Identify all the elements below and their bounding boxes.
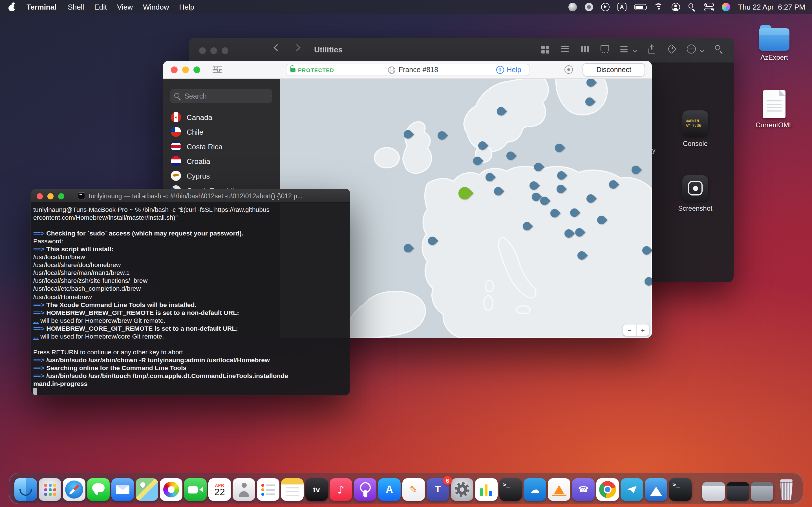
- desktop-icon-currentoml[interactable]: CurrentOML: [743, 90, 805, 129]
- server-pin-icon[interactable]: [484, 171, 496, 183]
- now-playing-icon[interactable]: [601, 3, 610, 11]
- settings-sliders-icon[interactable]: [213, 66, 221, 73]
- app-menu-extra-icon[interactable]: [568, 3, 577, 11]
- siri-icon[interactable]: [722, 3, 730, 11]
- server-pin-icon[interactable]: [476, 140, 488, 152]
- column-view-button[interactable]: [580, 45, 589, 54]
- app-menu-terminal[interactable]: Terminal: [21, 3, 61, 11]
- list-view-button[interactable]: [560, 45, 569, 54]
- server-pin-icon[interactable]: [585, 192, 597, 204]
- finder-toolbar[interactable]: Utilities: [189, 38, 733, 63]
- apple-logo-icon[interactable]: [8, 3, 16, 11]
- server-pin-icon[interactable]: [532, 161, 544, 173]
- server-pin-icon[interactable]: [527, 179, 539, 191]
- server-pin-icon[interactable]: [402, 128, 414, 140]
- forward-button[interactable]: [293, 44, 300, 51]
- country-item-cl[interactable]: Chile: [163, 124, 280, 139]
- server-pin-icon[interactable]: [583, 96, 595, 107]
- more-actions-button[interactable]: [687, 45, 696, 54]
- desktop-icon-azexpert[interactable]: AzExpert: [743, 28, 805, 61]
- terminal-titlebar[interactable]: tunlyinaung — tail ◂ bash -c #!/bin/bash…: [31, 189, 350, 203]
- server-pin-icon[interactable]: [521, 220, 533, 232]
- dock-numbers[interactable]: [475, 478, 498, 501]
- server-pin-icon[interactable]: [643, 276, 652, 287]
- server-pin-icon[interactable]: [585, 79, 597, 89]
- server-pin-icon[interactable]: [549, 207, 560, 219]
- menu-shell[interactable]: Shell: [63, 3, 89, 11]
- battery-icon[interactable]: [635, 4, 646, 10]
- server-pin-icon[interactable]: [504, 150, 516, 161]
- dock-calendar[interactable]: APR22: [208, 478, 231, 501]
- dock-pages[interactable]: ✎: [402, 478, 425, 501]
- zoom-button[interactable]: [58, 193, 64, 199]
- nordvpn-titlebar[interactable]: PROTECTED France #818 ? Help Disconnect: [163, 61, 652, 79]
- dock-notes[interactable]: [281, 478, 304, 501]
- server-pin-icon[interactable]: [555, 170, 567, 181]
- gallery-view-button[interactable]: [600, 45, 609, 54]
- dock-terminal[interactable]: >_: [499, 478, 522, 501]
- search-input[interactable]: Search: [170, 89, 272, 103]
- server-pin-icon[interactable]: [568, 207, 580, 219]
- server-pin-icon[interactable]: [607, 178, 619, 190]
- menu-edit[interactable]: Edit: [89, 3, 112, 11]
- minimize-button[interactable]: [182, 66, 189, 73]
- server-pin-icon[interactable]: [573, 227, 585, 238]
- dock-minimized-window-2[interactable]: [726, 478, 749, 501]
- dock-messages[interactable]: [87, 478, 110, 501]
- country-item-cy[interactable]: Cyprus: [163, 168, 280, 183]
- server-pin-icon[interactable]: [576, 249, 588, 262]
- server-pin-icon[interactable]: [553, 142, 565, 154]
- control-center-icon[interactable]: [704, 3, 714, 11]
- zoom-button[interactable]: [221, 47, 229, 54]
- locate-icon[interactable]: [564, 65, 573, 74]
- group-by-button[interactable]: [620, 45, 629, 54]
- terminal-content[interactable]: tunlyinaung@Tuns-MacBook-Pro ~ % /bin/ba…: [31, 203, 350, 395]
- server-pin-icon[interactable]: [595, 214, 607, 226]
- finder-item-screenshot[interactable]: Screenshot: [661, 175, 729, 212]
- dock-minimized-window-3[interactable]: [751, 478, 773, 501]
- dock-safari[interactable]: [63, 478, 86, 501]
- menu-window[interactable]: Window: [138, 3, 174, 11]
- dock-music[interactable]: ♪: [329, 478, 352, 501]
- dock-teams[interactable]: T6: [426, 478, 449, 501]
- dock-podcasts[interactable]: [354, 478, 376, 501]
- search-button[interactable]: [714, 45, 723, 54]
- zoom-button[interactable]: [193, 66, 200, 73]
- dock-maps[interactable]: [136, 478, 158, 501]
- country-item-hr[interactable]: Croatia: [163, 154, 280, 168]
- cloud-app-icon[interactable]: [585, 3, 593, 11]
- server-pin-icon[interactable]: [630, 164, 642, 175]
- dock-reminders[interactable]: [257, 478, 280, 501]
- help-button[interactable]: ? Help: [488, 64, 529, 75]
- dock-mail[interactable]: [111, 478, 134, 501]
- dock-launchpad[interactable]: [39, 478, 61, 501]
- dock-facetime[interactable]: [184, 478, 207, 501]
- menu-view[interactable]: View: [112, 3, 138, 11]
- close-button[interactable]: [37, 193, 43, 199]
- server-pin-icon[interactable]: [492, 185, 504, 197]
- close-button[interactable]: [199, 47, 206, 54]
- dock-vlc[interactable]: [548, 478, 570, 501]
- dock-system-preferences[interactable]: [451, 478, 473, 501]
- menubar-clock[interactable]: Thu 22 Apr 6:27 PM: [738, 3, 805, 11]
- icon-view-button[interactable]: [541, 45, 550, 54]
- minimize-button[interactable]: [210, 47, 217, 54]
- active-server-pin[interactable]: [456, 184, 473, 202]
- input-source-icon[interactable]: [617, 3, 626, 11]
- dock-minimized-window-1[interactable]: [702, 478, 725, 501]
- server-pin-icon[interactable]: [562, 228, 574, 239]
- dock-contacts[interactable]: [233, 478, 255, 501]
- finder-item-console[interactable]: WARNIN AY 7:36 Console: [661, 110, 729, 148]
- server-pin-icon[interactable]: [436, 129, 448, 142]
- dock-tv[interactable]: tv: [305, 478, 328, 501]
- zoom-out-button[interactable]: −: [623, 325, 637, 336]
- menu-help[interactable]: Help: [174, 3, 200, 11]
- close-button[interactable]: [171, 66, 177, 73]
- tags-button[interactable]: [667, 45, 676, 54]
- dock-photos[interactable]: [160, 478, 183, 501]
- server-pin-icon[interactable]: [555, 183, 566, 195]
- spotlight-icon[interactable]: [688, 3, 696, 11]
- minimize-button[interactable]: [47, 193, 54, 199]
- server-pin-icon[interactable]: [495, 105, 507, 117]
- server-pin-icon[interactable]: [426, 235, 438, 246]
